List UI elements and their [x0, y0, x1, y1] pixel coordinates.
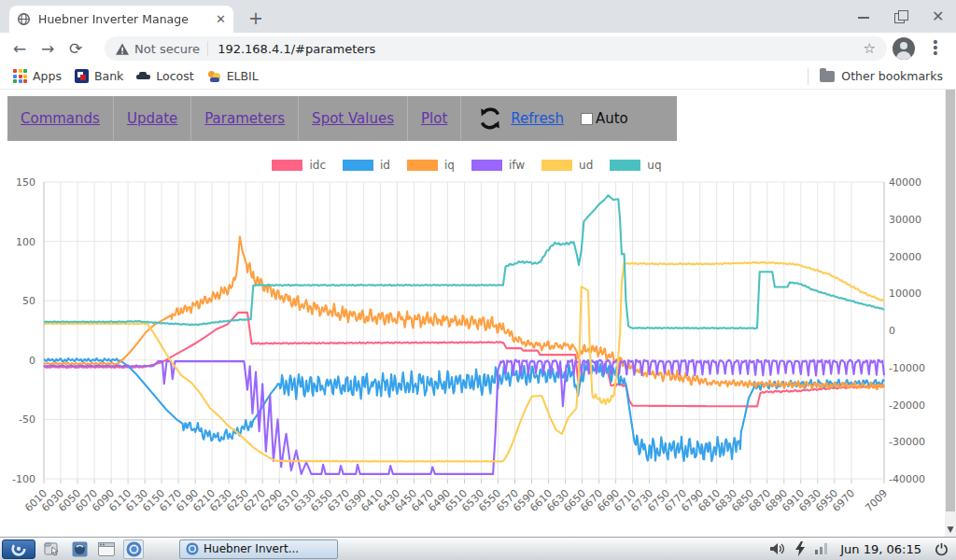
web-page: Commands Update Parameters Spot Values P… — [0, 90, 956, 537]
y-axis-left-label: 100 — [0, 236, 35, 248]
legend-label: id — [380, 159, 390, 172]
legend-item-iq[interactable]: iq — [407, 159, 455, 172]
forward-button[interactable]: → — [34, 39, 62, 58]
taskbar: Huebner Invert... Jun 19, 06:15 — [0, 537, 956, 560]
file-manager-icon — [44, 541, 61, 556]
y-axis-right-label: -40000 — [889, 473, 925, 485]
legend-item-ud[interactable]: ud — [541, 159, 593, 172]
bookmark-bank[interactable]: Bank — [75, 69, 123, 83]
y-axis-right-label: 0 — [889, 325, 895, 337]
y-axis-left-label: 50 — [0, 295, 35, 307]
file-manager-launcher[interactable] — [42, 539, 63, 559]
desktop-screen: Huebner Inverter Manage ✕ + ✕ ← → ⟳ Not … — [0, 0, 956, 560]
power-status-icon[interactable] — [794, 541, 806, 556]
auto-checkbox-label: Auto — [596, 110, 628, 127]
bookmark-locost[interactable]: Locost — [136, 69, 193, 83]
not-secure-warning-icon — [116, 43, 129, 55]
legend-swatch-ifw — [471, 160, 502, 171]
taskbar-clock[interactable]: Jun 19, 06:15 — [840, 542, 921, 556]
refresh-icon[interactable] — [478, 106, 502, 131]
chromium-icon — [126, 541, 142, 557]
taskbar-window-button[interactable]: Huebner Invert... — [179, 539, 338, 559]
y-axis-right-label: -30000 — [889, 436, 925, 448]
nav-link-parameters[interactable]: Parameters — [204, 110, 285, 127]
nav-link-plot[interactable]: Plot — [421, 110, 447, 127]
new-tab-button[interactable]: + — [245, 7, 267, 30]
app-nav-bar: Commands Update Parameters Spot Values P… — [7, 96, 677, 141]
legend-label: uq — [647, 159, 661, 172]
y-axis-right-label: 40000 — [889, 176, 921, 189]
window-minimize-button[interactable] — [857, 10, 870, 23]
nav-link-commands[interactable]: Commands — [21, 110, 100, 127]
legend-item-idc[interactable]: idc — [272, 159, 326, 172]
window-icon — [98, 542, 115, 556]
omnibox-separator — [207, 41, 208, 56]
auto-checkbox[interactable] — [581, 113, 593, 125]
y-axis-right-label: 20000 — [889, 251, 921, 263]
y-axis-right-label: -20000 — [889, 399, 925, 412]
y-axis-right-label: 10000 — [889, 287, 921, 300]
y-axis-right-label: 30000 — [889, 214, 921, 226]
browser-tab-strip: Huebner Inverter Manage ✕ + ✕ — [0, 0, 956, 33]
legend-item-id[interactable]: id — [343, 159, 390, 172]
locost-favicon-icon — [136, 69, 150, 83]
bookmark-elbil[interactable]: ELBIL — [207, 69, 259, 83]
url-text[interactable]: 192.168.4.1/#parameters — [218, 42, 863, 56]
window-restore-button[interactable] — [894, 10, 907, 23]
y-axis-right-label: -10000 — [889, 362, 925, 374]
tab-close-icon[interactable]: ✕ — [216, 12, 226, 26]
legend-swatch-id — [343, 160, 373, 171]
bookmark-label: Locost — [156, 69, 193, 83]
window-close-button[interactable]: ✕ — [932, 10, 945, 23]
apps-grid-icon — [13, 69, 27, 83]
legend-label: ifw — [509, 159, 525, 172]
scrollbar-down-arrow-icon[interactable]: ▼ — [945, 525, 956, 534]
legend-label: iq — [444, 159, 455, 172]
start-logo-icon — [10, 540, 27, 557]
browser-toolbar: ← → ⟳ Not secure 192.168.4.1/#parameters… — [0, 33, 956, 63]
bookmark-label: Bank — [94, 69, 123, 83]
bookmarks-bar: Apps Bank Locost ELBIL — [0, 63, 956, 90]
bookmark-label: ELBIL — [227, 69, 259, 83]
globe-favicon-icon — [17, 12, 31, 26]
tab-title: Huebner Inverter Manage — [38, 12, 212, 26]
nav-link-update[interactable]: Update — [127, 110, 177, 127]
bank-favicon-icon — [75, 69, 89, 83]
window-controls: ✕ — [857, 0, 945, 33]
browser-menu-icon[interactable]: ••• — [930, 39, 941, 56]
nav-link-spot-values[interactable]: Spot Values — [312, 110, 394, 127]
refresh-link[interactable]: Refresh — [511, 110, 564, 127]
desktop-pager-launcher[interactable] — [96, 539, 117, 559]
app-launcher-blue[interactable] — [69, 539, 90, 559]
browser-tab[interactable]: Huebner Inverter Manage ✕ — [9, 6, 233, 33]
bookmark-apps[interactable]: Apps — [13, 69, 62, 83]
page-scrollbar[interactable]: ▼ — [945, 90, 956, 537]
legend-item-uq[interactable]: uq — [610, 159, 661, 172]
profile-avatar[interactable] — [893, 37, 915, 60]
reload-button[interactable]: ⟳ — [62, 39, 90, 58]
chromium-launcher[interactable] — [123, 539, 144, 559]
y-axis-left-label: 0 — [0, 355, 35, 367]
chart-plot-area — [44, 182, 884, 479]
folder-icon — [820, 71, 835, 82]
security-label[interactable]: Not secure — [134, 42, 200, 56]
y-axis-left-label: -100 — [0, 473, 35, 485]
bookmark-star-icon[interactable]: ☆ — [864, 40, 876, 57]
network-signal-icon[interactable] — [815, 543, 827, 554]
legend-label: idc — [309, 159, 326, 172]
legend-swatch-uq — [610, 160, 640, 171]
address-bar[interactable]: Not secure 192.168.4.1/#parameters ☆ — [105, 36, 887, 61]
legend-item-ifw[interactable]: ifw — [471, 159, 525, 172]
elbil-favicon-icon — [207, 69, 221, 83]
legend-label: ud — [579, 159, 593, 172]
power-button-icon[interactable] — [935, 542, 949, 556]
start-menu-button[interactable] — [2, 539, 35, 559]
other-bookmarks-button[interactable]: Other bookmarks — [820, 69, 943, 83]
taskbar-window-title: Huebner Invert... — [204, 542, 299, 555]
volume-icon[interactable] — [769, 542, 785, 555]
legend-swatch-iq — [407, 160, 438, 171]
back-button[interactable]: ← — [6, 39, 34, 58]
bookmarks-divider — [808, 68, 808, 85]
scrollbar-thumb[interactable] — [946, 90, 955, 511]
chart-legend: idcidiqifwuduq — [0, 159, 934, 172]
